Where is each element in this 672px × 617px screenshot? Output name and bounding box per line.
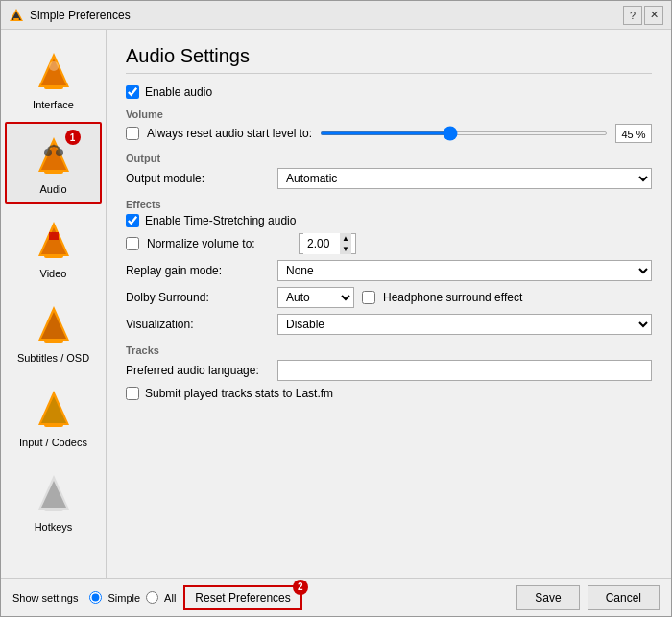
visualization-row: Visualization: Disable Scope Spectrum Sp… — [126, 314, 652, 335]
svg-rect-21 — [44, 423, 63, 427]
normalize-label: Normalize volume to: — [147, 237, 291, 250]
preferred-language-label: Preferred audio language: — [126, 364, 270, 377]
replay-gain-label: Replay gain mode: — [126, 264, 270, 277]
visualization-select[interactable]: Disable Scope Spectrum Spectrometer VU m… — [277, 314, 652, 335]
svg-rect-2 — [13, 18, 19, 20]
svg-rect-14 — [44, 254, 63, 258]
output-module-select[interactable]: Automatic DirectSound WaveOut WASAPI — [277, 168, 652, 189]
output-module-row: Output module: Automatic DirectSound Wav… — [126, 168, 652, 189]
dolby-row: Dolby Surround: Auto On Off Headphone su… — [126, 287, 652, 308]
normalize-value[interactable] — [303, 233, 340, 254]
sidebar-label-audio: Audio — [39, 183, 66, 195]
cancel-button[interactable]: Cancel — [588, 585, 660, 610]
submit-stats-checkbox[interactable] — [126, 387, 139, 400]
submit-stats-row: Submit played tracks stats to Last.fm — [126, 387, 652, 400]
enable-audio-checkbox[interactable] — [126, 85, 139, 99]
title-bar: Simple Preferences ? ✕ — [1, 1, 671, 30]
content-area: Interface 1 Audio — [1, 30, 671, 578]
all-radio-label: All — [164, 592, 176, 604]
help-button[interactable]: ? — [623, 6, 642, 25]
subtitles-icon-area — [29, 300, 79, 350]
svg-rect-15 — [49, 232, 59, 240]
close-button[interactable]: ✕ — [644, 6, 663, 25]
headphone-label: Headphone surround effect — [383, 291, 527, 304]
svg-rect-9 — [44, 170, 63, 174]
simple-radio[interactable] — [89, 591, 102, 604]
sidebar-item-video[interactable]: Video — [5, 206, 102, 289]
visualization-label: Visualization: — [126, 318, 270, 331]
output-module-label: Output module: — [126, 172, 270, 185]
volume-percent: 45 % — [615, 124, 652, 143]
svg-rect-24 — [44, 508, 63, 511]
sidebar-label-interface: Interface — [33, 99, 74, 110]
simple-radio-label: Simple — [108, 592, 140, 604]
always-reset-checkbox[interactable] — [126, 127, 139, 140]
time-stretch-row: Enable Time-Stretching audio — [126, 214, 652, 227]
hotkeys-icon-area — [29, 469, 79, 519]
volume-row: Always reset audio start level to: 45 % — [126, 124, 652, 143]
reset-preferences-button[interactable]: Reset Preferences 2 — [183, 585, 301, 610]
main-window: Simple Preferences ? ✕ Interface — [0, 0, 672, 617]
sidebar-label-hotkeys: Hotkeys — [35, 521, 73, 533]
all-radio[interactable] — [146, 591, 158, 604]
spinbox-up[interactable]: ▲ — [340, 233, 351, 244]
effects-section-label: Effects — [126, 199, 652, 210]
svg-marker-13 — [41, 227, 66, 254]
svg-rect-5 — [44, 85, 63, 89]
output-section-label: Output — [126, 153, 652, 164]
input-icon-area — [29, 385, 79, 435]
always-reset-label: Always reset audio start level to: — [147, 127, 312, 140]
normalize-checkbox[interactable] — [126, 237, 139, 250]
hotkeys-icon — [31, 471, 77, 517]
interface-icon-area — [29, 47, 79, 97]
main-panel: Audio Settings Enable audio Volume Alway… — [107, 30, 671, 578]
volume-slider[interactable] — [320, 131, 608, 135]
svg-rect-18 — [44, 339, 63, 343]
preferred-language-input[interactable] — [277, 360, 652, 381]
svg-marker-23 — [41, 481, 66, 508]
submit-stats-label: Submit played tracks stats to Last.fm — [145, 387, 333, 400]
normalize-row: Normalize volume to: ▲ ▼ — [126, 233, 652, 254]
enable-audio-label: Enable audio — [145, 85, 212, 99]
time-stretch-checkbox[interactable] — [126, 214, 139, 227]
interface-icon — [31, 49, 77, 95]
sidebar-label-subtitles: Subtitles / OSD — [17, 352, 89, 364]
title-bar-buttons: ? ✕ — [623, 6, 663, 25]
svg-marker-17 — [41, 312, 66, 339]
svg-marker-8 — [41, 143, 66, 170]
enable-audio-row: Enable audio — [126, 85, 652, 99]
svg-point-10 — [44, 149, 52, 156]
window-title: Simple Preferences — [30, 9, 623, 22]
preferred-language-row: Preferred audio language: — [126, 360, 652, 381]
time-stretch-label: Enable Time-Stretching audio — [145, 214, 296, 227]
spinbox-down[interactable]: ▼ — [340, 244, 351, 254]
svg-marker-20 — [41, 396, 66, 423]
svg-point-6 — [49, 61, 59, 71]
sidebar-label-input: Input / Codecs — [19, 437, 87, 448]
volume-slider-container: 45 % — [320, 124, 652, 143]
panel-title: Audio Settings — [126, 45, 652, 74]
audio-icon-area: 1 — [29, 131, 79, 181]
headphone-checkbox[interactable] — [362, 291, 375, 304]
svg-point-11 — [56, 149, 63, 156]
bottom-bar: Show settings Simple All Reset Preferenc… — [1, 578, 671, 616]
reset-badge: 2 — [293, 580, 308, 595]
vlc-title-icon — [9, 8, 24, 23]
spinbox-buttons: ▲ ▼ — [340, 233, 351, 254]
sidebar-item-interface[interactable]: Interface — [5, 37, 102, 120]
sidebar-item-audio[interactable]: 1 Audio — [5, 122, 102, 204]
normalize-spinbox: ▲ ▼ — [299, 233, 356, 254]
sidebar: Interface 1 Audio — [1, 30, 107, 578]
replay-gain-select[interactable]: None Track Album — [277, 260, 652, 281]
dolby-select[interactable]: Auto On Off — [277, 287, 354, 308]
sidebar-item-input[interactable]: Input / Codecs — [5, 375, 102, 458]
video-icon-area — [29, 216, 79, 266]
dolby-label: Dolby Surround: — [126, 291, 270, 304]
sidebar-item-subtitles[interactable]: Subtitles / OSD — [5, 291, 102, 373]
sidebar-item-hotkeys[interactable]: Hotkeys — [5, 460, 102, 542]
save-button[interactable]: Save — [516, 585, 579, 610]
sidebar-label-video: Video — [40, 268, 67, 279]
audio-badge: 1 — [65, 130, 81, 145]
subtitles-icon — [31, 302, 77, 348]
tracks-section-label: Tracks — [126, 344, 652, 356]
